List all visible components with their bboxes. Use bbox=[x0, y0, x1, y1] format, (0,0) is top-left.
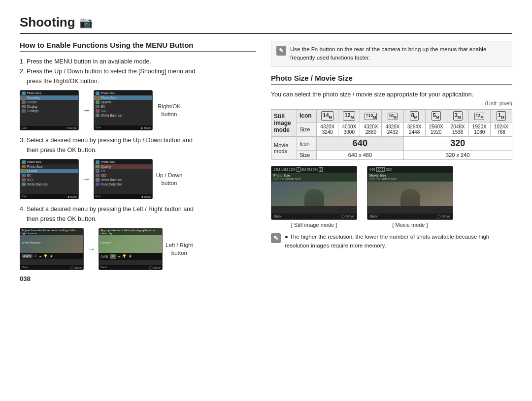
movie-size-320: 320 x 240 bbox=[403, 151, 512, 160]
left-column: How to Enable Functions Using the MENU B… bbox=[20, 41, 256, 391]
arrow-1: → bbox=[82, 105, 91, 116]
screen-mock-2a: Photo Size Photo Size Quality EV ISO Whi… bbox=[20, 159, 79, 199]
note-icon: ✎ bbox=[276, 46, 286, 56]
movie-icon-640: 640 bbox=[317, 137, 403, 151]
movie-icon-320: 320 bbox=[403, 137, 512, 151]
page-number: 038 bbox=[20, 275, 256, 282]
step-3: 3. Select a desired menu by pressing the… bbox=[20, 135, 256, 155]
size-4000-3000: 4000X3000 bbox=[338, 123, 360, 137]
icon-2m: †2M bbox=[468, 109, 490, 123]
left-section-heading: How to Enable Functions Using the MENU B… bbox=[20, 41, 256, 52]
icon-8m: 8M bbox=[403, 109, 425, 123]
screen-mock-3a: Adjust the white balance according to th… bbox=[20, 228, 84, 270]
title-divider bbox=[20, 33, 512, 34]
icon-10m: 10M bbox=[382, 109, 403, 123]
preview-movie-label: [ Movie mode ] bbox=[392, 222, 428, 228]
arrow-2: → bbox=[82, 174, 91, 185]
size-2560-1920: 2560X1920 bbox=[425, 123, 447, 137]
table-movie-size-row: Size 640 x 480 320 x 240 bbox=[271, 151, 512, 160]
size-4320-2432: 4320X2432 bbox=[382, 123, 403, 137]
note-text-bottom: ● The higher the resolution, the lower t… bbox=[285, 233, 512, 250]
table-movie-icon-row: Moviemode Icon 640 320 bbox=[271, 137, 512, 151]
table-header-icons: Stillimagemode Icon 14M 12M †12M 10M 8M … bbox=[271, 109, 512, 123]
movie-label: Moviemode bbox=[271, 137, 297, 160]
description: You can select the photo size / movie si… bbox=[271, 90, 512, 99]
preview-screen-movie: 640 640 320 Movie Size Set the video siz… bbox=[367, 166, 453, 220]
step-4: 4. Select a desired menu by pressing the… bbox=[20, 204, 256, 224]
preview-movie: 640 640 320 Movie Size Set the video siz… bbox=[367, 166, 453, 228]
button-label-up-down: Up / Downbutton bbox=[156, 171, 183, 187]
preview-still: 14M 14M 12M † 8M 5M 3M 2 Photo Size Set … bbox=[271, 166, 357, 228]
icon-12m: 12M bbox=[338, 109, 360, 123]
still-label: Stillimagemode bbox=[271, 109, 297, 137]
page-title: Shooting 📷 bbox=[20, 15, 512, 30]
size-4320-2880: 4320X2880 bbox=[360, 123, 382, 137]
note-text: Use the Fn button on the rear of the cam… bbox=[290, 45, 507, 62]
icon-3m: 3M bbox=[447, 109, 468, 123]
screen-row-2: Photo Size Photo Size Quality EV ISO Whi… bbox=[20, 159, 256, 199]
size-table: Stillimagemode Icon 14M 12M †12M 10M 8M … bbox=[271, 109, 512, 160]
icon-12m-box: †12M bbox=[360, 109, 382, 123]
screen-mock-1a: Photo Size Shooting Sound Display Settin… bbox=[20, 90, 79, 130]
size-1920-1080: 1920X1080 bbox=[468, 123, 490, 137]
size-3264-2448: 3264X2448 bbox=[403, 123, 425, 137]
button-label-right-ok: Right/OKbutton bbox=[156, 102, 183, 118]
size-col-label: Size bbox=[297, 123, 316, 137]
page: Shooting 📷 How to Enable Functions Using… bbox=[0, 0, 532, 401]
size-4320-3240: 4320X3240 bbox=[317, 123, 338, 137]
screen-mock-1b: Photo Size Photo Size Quality EV ISO Whi… bbox=[94, 90, 153, 130]
right-section-heading: Photo Size / Movie Size bbox=[271, 74, 512, 85]
step-1-2: 1. Press the MENU button in an available… bbox=[20, 57, 256, 86]
icon-col-label: Icon bbox=[297, 109, 316, 123]
icon-14m: 14M bbox=[317, 109, 338, 123]
size-1024-768: 1024X768 bbox=[490, 123, 512, 137]
icon-1m: 1M bbox=[490, 109, 512, 123]
right-column: ✎ Use the Fn button on the rear of the c… bbox=[271, 41, 512, 391]
note-box-bottom: ✎ ● The higher the resolution, the lower… bbox=[271, 233, 512, 250]
preview-screen-still: 14M 14M 12M † 8M 5M 3M 2 Photo Size Set … bbox=[271, 166, 357, 220]
preview-still-label: [ Still image mode ] bbox=[291, 222, 337, 228]
icon-5m: 5M bbox=[425, 109, 447, 123]
note-icon-bottom: ✎ bbox=[271, 233, 281, 243]
movie-size-640: 640 x 480 bbox=[317, 151, 403, 160]
title-text: Shooting bbox=[20, 15, 75, 30]
screen-row-3: Adjust the white balance according to th… bbox=[20, 228, 256, 270]
note-box-top: ✎ Use the Fn button on the rear of the c… bbox=[271, 41, 512, 67]
size-2048-1536: 2048X1536 bbox=[447, 123, 468, 137]
screen-mock-3b: Appropriate for outdoor photography on a… bbox=[99, 228, 163, 270]
unit-label: (Unit: pixel) bbox=[271, 100, 512, 106]
table-sizes-row: Size 4320X3240 4000X3000 4320X2880 4320X… bbox=[271, 123, 512, 137]
movie-size-col-label: Size bbox=[297, 151, 316, 160]
arrow-3: → bbox=[87, 244, 96, 254]
screen-mock-2b: Photo Size Quality EV ISO White Balance … bbox=[94, 159, 153, 199]
preview-row: 14M 14M 12M † 8M 5M 3M 2 Photo Size Set … bbox=[271, 166, 512, 228]
button-label-left-right: Left / Right button bbox=[166, 241, 193, 257]
two-column-layout: How to Enable Functions Using the MENU B… bbox=[20, 41, 512, 391]
camera-icon: 📷 bbox=[79, 16, 93, 29]
movie-icon-col-label: Icon bbox=[297, 137, 316, 151]
screen-row-1: Photo Size Shooting Sound Display Settin… bbox=[20, 90, 256, 130]
